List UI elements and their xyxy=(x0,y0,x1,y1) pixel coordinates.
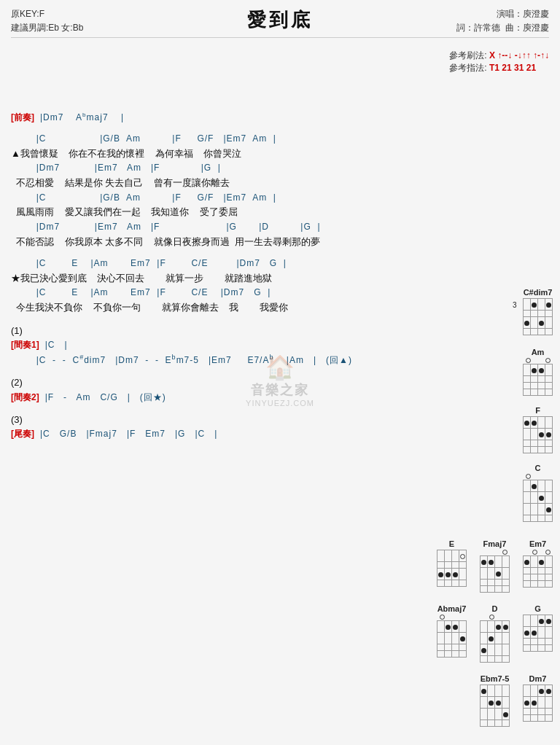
chord-fmaj7: Fmaj7 xyxy=(480,539,510,593)
key-info: 原KEY:F xyxy=(11,7,83,21)
finger-label: 參考指法: xyxy=(449,63,486,73)
verse1-chord4: |Dm7 |Em7 Am |F |G |D |G | xyxy=(11,221,549,233)
singer-info: 演唱：庾澄慶 xyxy=(456,7,549,21)
verse1-lyric3: 風風雨雨 愛又讓我們在一起 我知道你 受了委屈 xyxy=(11,205,549,219)
chord-diagrams-right: C#dim7 3 xyxy=(523,288,553,532)
chorus-lyric2: 今生我決不負你 不負你一句 就算你會離去 我 我愛你 xyxy=(11,300,549,315)
chord-row3: Ebm7-5 xyxy=(437,674,553,727)
chorus-chord2: |C E |Am Em7 |F C/E |Dm7 G | xyxy=(11,286,549,299)
intro-line: [前奏] |Dm7 Abmaj7 | xyxy=(11,111,549,124)
verse1-lyric1: ▲我曾懷疑 你在不在我的懷裡 為何幸福 你曾哭泣 xyxy=(11,147,549,161)
outro: [尾奏] |C G/B |Fmaj7 |F Em7 |G |C | xyxy=(11,428,549,440)
interlude1-label: [間奏1] |C | xyxy=(11,339,549,351)
chord-abmaj7: Abmaj7 xyxy=(437,604,467,663)
strumming-section: 參考刷法: X ↑--↓ -↓↑↑ ↑-↑↓ 參考指法: T1 21 31 21 xyxy=(449,50,549,74)
chord-e: E xyxy=(437,539,467,593)
verse1-lyric2: 不忍相愛 結果是你 失去自己 曾有一度讓你離去 xyxy=(11,176,549,190)
chord-ebm7-5: Ebm7-5 xyxy=(480,674,510,727)
finger-pattern: T1 21 31 21 xyxy=(489,63,536,73)
verse1-chord3: |C |G/B Am |F G/F |Em7 Am | xyxy=(11,192,549,204)
strum-row: 參考刷法: X ↑--↓ -↓↑↑ ↑-↑↓ xyxy=(449,50,549,62)
chord-row1: E xyxy=(437,539,553,593)
meta-right: 演唱：庾澄慶 詞：許常德 曲：庾澄慶 xyxy=(456,7,549,35)
divider xyxy=(11,37,549,38)
song-body: [前奏] |Dm7 Abmaj7 | |C |G/B Am |F G/F |Em… xyxy=(11,111,549,440)
chord-f: F xyxy=(523,406,553,453)
chorus-lyric1: ★我已決心愛到底 決心不回去 就算一步 就踏進地獄 xyxy=(11,271,549,286)
interlude1-chords: |C - - C#dim7 |Dm7 - - Ebm7-5 |Em7 E7/Ab… xyxy=(11,353,549,367)
strum-label: 參考刷法: xyxy=(449,50,486,61)
chord-diagrams-bottom: E xyxy=(437,539,553,727)
interlude2: [間奏2] |F - Am C/G | (回★) xyxy=(11,391,549,404)
chord-dm7: Dm7 xyxy=(523,674,553,727)
page: 原KEY:F 建議男調:Eb 女:Bb 愛到底 演唱：庾澄慶 詞：許常德 曲：庾… xyxy=(0,0,560,745)
verse1-chord2: |Dm7 |Em7 Am |F |G | xyxy=(11,162,549,174)
verse1-lyric4: 不能否認 你我原本 太多不同 就像日夜擦身而過 用一生去尋剩那的夢 xyxy=(11,235,549,249)
suggestion-info: 建議男調:Eb 女:Bb xyxy=(11,21,83,35)
section2-label: (2) xyxy=(11,375,549,390)
chord-d: D xyxy=(480,604,510,663)
chord-g: G xyxy=(523,604,553,663)
chord-row2: Abmaj7 xyxy=(437,604,553,663)
chord-c: C xyxy=(523,464,553,522)
section1-label: (1) xyxy=(11,324,549,338)
chord-am: Am xyxy=(523,348,553,396)
chord-em7: Em7 xyxy=(523,539,553,593)
chord-csharp-dim7: C#dim7 3 xyxy=(523,288,553,338)
chorus-chord1: |C E |Am Em7 |F C/E |Dm7 G | xyxy=(11,257,549,270)
strum-pattern: X ↑--↓ -↓↑↑ ↑-↑↓ xyxy=(489,50,549,61)
meta-left: 原KEY:F 建議男調:Eb 女:Bb xyxy=(11,7,83,35)
verse1-chord1: |C |G/B Am |F G/F |Em7 Am | xyxy=(11,133,549,145)
section3-label: (3) xyxy=(11,413,549,427)
finger-row: 參考指法: T1 21 31 21 xyxy=(449,62,549,74)
words-music-info: 詞：許常德 曲：庾澄慶 xyxy=(456,21,549,35)
